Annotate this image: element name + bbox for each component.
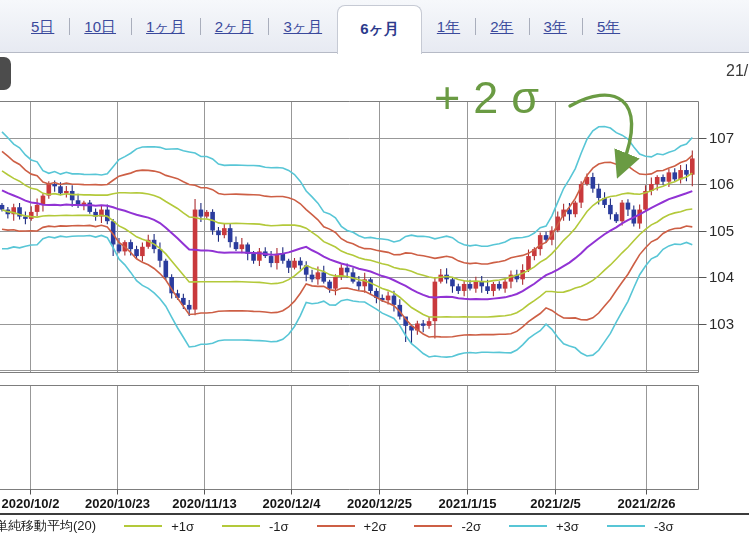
x-tick-label-2: 2020/10/23 <box>85 496 150 511</box>
y-tick-label-103: 103 <box>709 315 734 332</box>
period-tab-5[interactable]: 3ヶ月 <box>268 0 337 53</box>
x-tick-label-1: 2020/10/2 <box>2 496 60 511</box>
legend-label-2: +1σ <box>171 519 194 534</box>
period-tab-bar: 5日10日1ヶ月2ヶ月3ヶ月6ヶ月1年2年3年5年 <box>0 0 749 53</box>
x-tick-label-3: 2020/11/13 <box>172 496 236 511</box>
legend-swatch-4 <box>317 525 355 527</box>
y-tick-label-106: 106 <box>709 175 734 192</box>
x-tick-label-6: 2021/1/15 <box>439 496 497 511</box>
period-tab-2[interactable]: 10日 <box>69 0 131 53</box>
period-tab-4[interactable]: 2ヶ月 <box>200 0 269 53</box>
y-tick-label-107: 107 <box>709 129 734 146</box>
legend-swatch-6 <box>509 525 547 527</box>
annotation-arrow-icon <box>540 70 710 200</box>
x-tick-label-5: 2020/12/25 <box>347 496 412 511</box>
legend-label-1: 単純移動平均(20) <box>0 517 96 535</box>
legend-label-4: +2σ <box>364 519 387 534</box>
y-tick-label-105: 105 <box>709 222 734 239</box>
period-tab-9[interactable]: 3年 <box>529 0 582 53</box>
period-tab-10[interactable]: 5年 <box>582 0 635 53</box>
legend-label-5: -2σ <box>461 519 481 534</box>
legend-swatch-7 <box>607 525 645 527</box>
legend-swatch-3 <box>222 525 260 527</box>
period-tab-1[interactable]: 5日 <box>16 0 69 53</box>
period-tab-3[interactable]: 1ヶ月 <box>131 0 200 53</box>
legend-separator <box>0 513 749 515</box>
chart-date-label: 21/ <box>726 62 749 80</box>
plus-2-sigma-annotation: +2σ <box>434 72 552 124</box>
legend-label-6: +3σ <box>556 519 579 534</box>
x-tick-label-4: 2020/12/4 <box>263 496 321 511</box>
zoom-button[interactable] <box>0 57 11 90</box>
period-tab-7[interactable]: 1年 <box>422 0 475 53</box>
y-tick-label-104: 104 <box>709 268 734 285</box>
indicator-legend: 単純移動平均(20)+1σ-1σ+2σ-2σ+3σ-3σ <box>0 517 749 535</box>
x-tick-label-7: 2021/2/5 <box>530 496 581 511</box>
legend-label-3: -1σ <box>269 519 289 534</box>
period-tab-6[interactable]: 6ヶ月 <box>337 5 422 54</box>
legend-swatch-2 <box>124 525 162 527</box>
period-tab-8[interactable]: 2年 <box>475 0 528 53</box>
legend-swatch-5 <box>414 525 452 527</box>
legend-label-7: -3σ <box>654 519 674 534</box>
x-tick-label-8: 2021/2/26 <box>618 496 676 511</box>
